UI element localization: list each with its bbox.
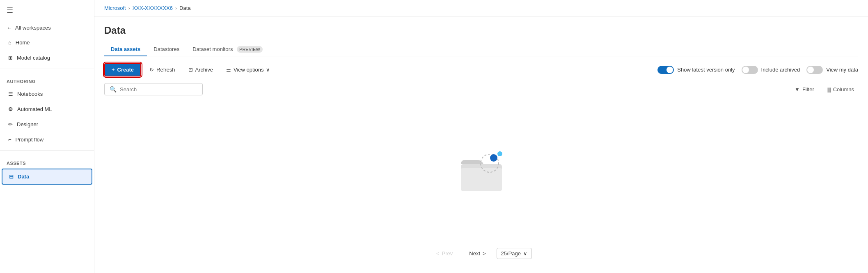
data-icon: ⊟ — [9, 174, 14, 180]
include-archived-toggle-group: Include archived — [742, 66, 800, 74]
topbar: Microsoft › XXX-XXXXXXX6 › Data — [94, 0, 868, 16]
sidebar-toggle[interactable]: ☰ — [0, 0, 94, 21]
filter-label: Filter — [802, 86, 814, 93]
search-input[interactable] — [120, 86, 197, 93]
authoring-section-label: Authoring — [0, 72, 94, 86]
sidebar-item-label: Model catalog — [17, 55, 50, 61]
view-options-icon: ⚌ — [226, 67, 231, 73]
breadcrumb-workspace[interactable]: XXX-XXXXXXX6 — [133, 5, 173, 11]
breadcrumb-sep-2: › — [175, 5, 177, 11]
chevron-down-icon: ∨ — [523, 250, 527, 257]
automl-icon: ⚙ — [8, 106, 13, 112]
chevron-right-icon: > — [483, 250, 486, 257]
chevron-down-icon: ∨ — [266, 67, 270, 73]
chevron-left-icon: < — [436, 250, 440, 257]
sidebar-item-prompt-flow[interactable]: ⌐ Prompt flow — [2, 132, 92, 147]
show-latest-label: Show latest version only — [677, 67, 735, 73]
tab-dataset-monitors[interactable]: Dataset monitors PREVIEW — [186, 43, 269, 56]
tab-dataset-monitors-label: Dataset monitors — [192, 46, 233, 52]
filter-button[interactable]: ▼ Filter — [790, 84, 818, 95]
sidebar-item-automated-ml[interactable]: ⚙ Automated ML — [2, 102, 92, 116]
search-icon: 🔍 — [110, 86, 117, 93]
menu-icon: ☰ — [7, 6, 13, 14]
sidebar-item-label: Data — [18, 174, 29, 180]
create-button[interactable]: + Create — [104, 63, 141, 76]
archive-label: Archive — [195, 67, 213, 73]
sidebar-item-home[interactable]: ⌂ Home — [2, 35, 92, 50]
view-my-data-toggle-group: View my data — [806, 66, 858, 74]
breadcrumb-sep-1: › — [128, 5, 130, 11]
home-icon: ⌂ — [8, 39, 11, 46]
search-box[interactable]: 🔍 — [104, 83, 203, 95]
back-label: All workspaces — [15, 25, 51, 31]
tab-datastores-label: Datastores — [153, 46, 179, 52]
sidebar-item-model-catalog[interactable]: ⊞ Model catalog — [2, 51, 92, 65]
table-header: 🔍 ▼ Filter ||| Columns — [104, 83, 858, 95]
toggle-thumb — [807, 67, 814, 73]
sidebar-item-label: Notebooks — [17, 91, 43, 97]
refresh-button[interactable]: ↻ Refresh — [144, 64, 180, 76]
next-button[interactable]: Next > — [463, 248, 491, 259]
tab-data-assets-label: Data assets — [111, 46, 140, 52]
toggle-thumb — [666, 67, 673, 73]
content-area: Data Data assets Datastores Dataset moni… — [94, 16, 868, 273]
next-label: Next — [469, 250, 480, 257]
breadcrumb-microsoft[interactable]: Microsoft — [104, 5, 126, 11]
back-icon: ← — [7, 25, 12, 31]
assets-section-label: Assets — [0, 154, 94, 168]
svg-rect-1 — [461, 168, 502, 191]
main-content: Microsoft › XXX-XXXXXXX6 › Data Data Dat… — [94, 0, 868, 273]
archive-icon: ⊡ — [188, 67, 193, 73]
sidebar-item-notebooks[interactable]: ☰ Notebooks — [2, 87, 92, 101]
sidebar-item-label: Designer — [17, 121, 38, 127]
svg-point-3 — [490, 154, 497, 162]
sidebar-item-designer[interactable]: ✏ Designer — [2, 117, 92, 132]
designer-icon: ✏ — [8, 121, 13, 127]
divider — [0, 150, 94, 151]
divider — [0, 69, 94, 69]
refresh-label: Refresh — [156, 67, 175, 73]
tabs-bar: Data assets Datastores Dataset monitors … — [104, 43, 858, 56]
empty-folder-illustration — [455, 143, 508, 197]
page-size-select[interactable]: 25/Page ∨ — [497, 248, 532, 259]
catalog-icon: ⊞ — [8, 55, 13, 61]
pagination: < Prev Next > 25/Page ∨ — [104, 242, 858, 265]
breadcrumb-current: Data — [179, 5, 190, 11]
breadcrumb: Microsoft › XXX-XXXXXXX6 › Data — [104, 5, 190, 11]
page-title: Data — [104, 25, 858, 36]
notebooks-icon: ☰ — [8, 91, 13, 97]
include-archived-toggle[interactable] — [742, 66, 758, 74]
refresh-icon: ↻ — [149, 67, 154, 73]
toggle-thumb — [742, 67, 749, 73]
archive-button[interactable]: ⊡ Archive — [183, 64, 218, 76]
create-label: Create — [117, 67, 134, 73]
tab-datastores[interactable]: Datastores — [147, 43, 186, 56]
filter-icon: ▼ — [795, 86, 800, 93]
table-actions-right: ▼ Filter ||| Columns — [790, 84, 858, 95]
columns-button[interactable]: ||| Columns — [823, 84, 858, 95]
toolbar-right: Show latest version only Include archive… — [657, 66, 858, 74]
prompt-icon: ⌐ — [8, 136, 11, 143]
sidebar: ☰ ← All workspaces ⌂ Home ⊞ Model catalo… — [0, 0, 94, 273]
view-options-label: View options — [234, 67, 263, 73]
empty-state — [104, 99, 858, 242]
plus-icon: + — [112, 67, 115, 73]
svg-point-4 — [497, 151, 502, 156]
prev-button[interactable]: < Prev — [431, 248, 458, 259]
sidebar-item-label: Automated ML — [17, 106, 52, 112]
prev-label: Prev — [442, 250, 453, 257]
sidebar-item-data[interactable]: ⊟ Data — [2, 169, 92, 185]
tab-dataset-monitors-badge: PREVIEW — [237, 46, 263, 53]
back-to-workspaces[interactable]: ← All workspaces — [0, 21, 94, 35]
view-my-data-toggle[interactable] — [806, 66, 823, 74]
show-latest-toggle[interactable] — [657, 66, 674, 74]
toolbar: + Create ↻ Refresh ⊡ Archive ⚌ View opti… — [104, 63, 858, 76]
show-latest-toggle-group: Show latest version only — [657, 66, 735, 74]
columns-label: Columns — [833, 86, 854, 93]
include-archived-label: Include archived — [761, 67, 800, 73]
view-options-button[interactable]: ⚌ View options ∨ — [221, 64, 275, 76]
tab-data-assets[interactable]: Data assets — [104, 43, 147, 56]
sidebar-item-label: Prompt flow — [16, 136, 44, 143]
columns-icon: ||| — [827, 86, 831, 93]
view-my-data-label: View my data — [826, 67, 858, 73]
